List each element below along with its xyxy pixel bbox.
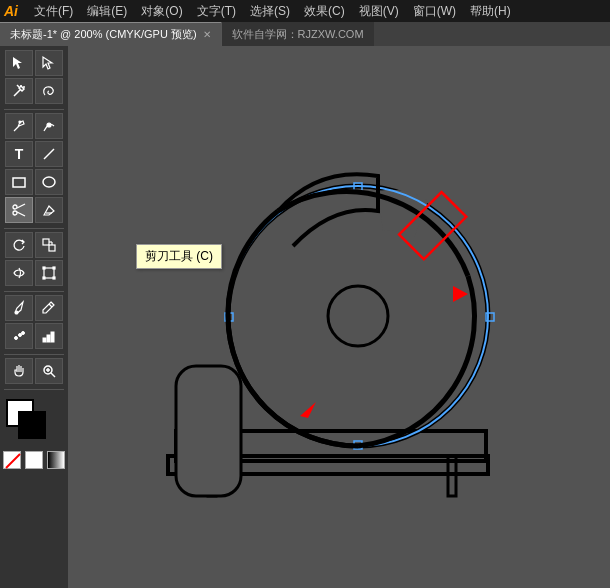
svg-rect-29 [51, 332, 54, 342]
svg-point-25 [19, 334, 22, 337]
rectangle-tool[interactable] [5, 169, 33, 195]
svg-point-24 [15, 337, 18, 340]
menu-help[interactable]: 帮助(H) [464, 1, 517, 22]
tool-row-select [2, 50, 66, 76]
svg-rect-14 [49, 245, 55, 251]
tool-row-paint [2, 295, 66, 321]
line-tool[interactable] [35, 141, 63, 167]
arrow-bottom-left [300, 402, 316, 418]
tool-row-scissors [2, 197, 66, 223]
svg-marker-49 [300, 402, 316, 418]
toolbar: T [0, 46, 68, 588]
svg-rect-20 [43, 277, 45, 279]
tooltip: 剪刀工具 (C) [136, 244, 222, 269]
zoom-tool[interactable] [35, 358, 63, 384]
svg-line-31 [51, 373, 55, 377]
pencil-tool[interactable] [35, 295, 63, 321]
svg-point-4 [47, 123, 51, 127]
svg-point-7 [43, 177, 55, 187]
tool-row-pen [2, 113, 66, 139]
menu-select[interactable]: 选择(S) [244, 1, 296, 22]
tool-row-warp [2, 260, 66, 286]
svg-point-22 [15, 311, 18, 314]
tab-close-btn[interactable]: ✕ [203, 29, 211, 40]
menu-bar: Ai 文件(F) 编辑(E) 对象(O) 文字(T) 选择(S) 效果(C) 视… [0, 0, 610, 22]
color-row [3, 451, 65, 469]
svg-line-23 [49, 304, 52, 307]
svg-rect-19 [53, 267, 55, 269]
symbol-tool[interactable] [5, 323, 33, 349]
direct-selection-tool[interactable] [35, 50, 63, 76]
svg-rect-21 [53, 277, 55, 279]
svg-line-11 [17, 212, 25, 216]
svg-line-2 [17, 85, 19, 87]
arrow-right [453, 286, 468, 302]
menu-view[interactable]: 视图(V) [353, 1, 405, 22]
tab-inactive[interactable]: 软件自学网：RJZXW.COM [221, 22, 374, 46]
tool-row-transform [2, 232, 66, 258]
curvature-tool[interactable] [35, 113, 63, 139]
drawing-canvas [68, 46, 610, 588]
separator-5 [4, 389, 64, 390]
svg-line-34 [6, 454, 20, 468]
menu-effect[interactable]: 效果(C) [298, 1, 351, 22]
tab-inactive-label: 软件自学网：RJZXW.COM [232, 27, 364, 42]
svg-marker-48 [453, 286, 468, 302]
canvas-area[interactable]: 剪刀工具 (C) [68, 46, 610, 588]
menu-object[interactable]: 对象(O) [135, 1, 188, 22]
magic-wand-tool[interactable] [5, 78, 33, 104]
main-layout: T [0, 46, 610, 588]
svg-line-5 [44, 149, 54, 159]
tool-row-nav [2, 358, 66, 384]
type-tool[interactable]: T [5, 141, 33, 167]
separator-2 [4, 228, 64, 229]
menu-text[interactable]: 文字(T) [191, 1, 242, 22]
svg-rect-6 [13, 178, 25, 187]
tab-bar: 未标题-1* @ 200% (CMYK/GPU 预览) ✕ 软件自学网：RJZX… [0, 22, 610, 46]
svg-rect-13 [43, 239, 49, 245]
svg-rect-39 [176, 366, 241, 496]
tool-row-graph [2, 323, 66, 349]
tab-active[interactable]: 未标题-1* @ 200% (CMYK/GPU 预览) ✕ [0, 22, 221, 46]
svg-rect-28 [47, 335, 50, 342]
scale-tool[interactable] [35, 232, 63, 258]
selection-tool[interactable] [5, 50, 33, 76]
paintbrush-tool[interactable] [5, 295, 33, 321]
scissors-tool[interactable] [5, 197, 33, 223]
color-section [4, 397, 64, 447]
svg-point-8 [13, 205, 17, 209]
app-logo: Ai [4, 3, 18, 19]
hand-tool[interactable] [5, 358, 33, 384]
color-none[interactable] [3, 451, 21, 469]
tab-active-label: 未标题-1* @ 200% (CMYK/GPU 预览) [10, 27, 197, 42]
free-transform-tool[interactable] [35, 260, 63, 286]
ellipse-tool[interactable] [35, 169, 63, 195]
eraser-tool[interactable] [35, 197, 63, 223]
menu-file[interactable]: 文件(F) [28, 1, 79, 22]
lasso-tool[interactable] [35, 78, 63, 104]
separator-4 [4, 354, 64, 355]
svg-point-3 [19, 121, 21, 123]
svg-line-10 [17, 204, 25, 208]
separator-3 [4, 291, 64, 292]
svg-rect-18 [43, 267, 45, 269]
svg-rect-27 [43, 338, 46, 342]
graph-tool[interactable] [35, 323, 63, 349]
svg-point-9 [13, 211, 17, 215]
separator-1 [4, 109, 64, 110]
menu-window[interactable]: 窗口(W) [407, 1, 462, 22]
tooltip-text: 剪刀工具 (C) [145, 249, 213, 263]
tool-row-lasso [2, 78, 66, 104]
rotate-tool[interactable] [5, 232, 33, 258]
tool-row-type: T [2, 141, 66, 167]
svg-point-26 [22, 332, 25, 335]
tool-row-shape [2, 169, 66, 195]
color-white[interactable] [25, 451, 43, 469]
svg-point-46 [328, 286, 388, 346]
menu-edit[interactable]: 编辑(E) [81, 1, 133, 22]
color-black-white-gradient[interactable] [47, 451, 65, 469]
pen-tool[interactable] [5, 113, 33, 139]
warp-tool[interactable] [5, 260, 33, 286]
svg-line-50 [228, 196, 338, 456]
stroke-color[interactable] [18, 411, 46, 439]
